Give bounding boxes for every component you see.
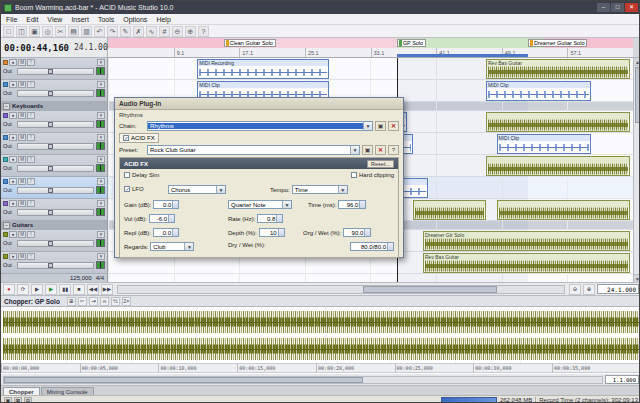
track-menu-button[interactable]: ≡ (97, 253, 105, 260)
menu-item[interactable]: View (47, 16, 62, 23)
track-header[interactable]: − Keyboards ● M ! ≡ (1, 102, 107, 111)
status-info-icon[interactable]: ▣ (4, 397, 12, 403)
track-arm-button[interactable]: ● (9, 59, 17, 66)
marker-tag[interactable]: Dreamer Guitar Solo (528, 39, 587, 47)
track-volume-slider[interactable] (17, 165, 94, 172)
track-volume-slider[interactable] (17, 121, 94, 128)
track-header[interactable]: − ● M ! ≡ Out (1, 230, 107, 252)
timeline-clip[interactable] (413, 200, 487, 220)
dock-tab[interactable]: Mixing Console (41, 387, 94, 395)
track-mute-button[interactable]: M (18, 112, 26, 119)
tempo-combo[interactable]: Time ▼ (292, 185, 348, 194)
undo-icon[interactable]: ↶ (94, 26, 105, 37)
track-arm-button[interactable]: ● (9, 81, 17, 88)
timeline-clip[interactable]: Dreamer Gtr Solo (423, 231, 630, 251)
zoom-in-button[interactable]: ⊕ (583, 284, 595, 295)
volume-slider-thumb[interactable] (48, 210, 53, 215)
track-header[interactable]: − ● M ! ≡ Out (1, 177, 107, 199)
track-volume-slider[interactable] (17, 68, 94, 75)
vol-spinner[interactable]: -6.0 (149, 214, 175, 223)
timeline-clip[interactable] (486, 112, 630, 132)
minimize-button[interactable]: – (597, 3, 610, 12)
marker-tag[interactable]: GP Solo (397, 39, 426, 47)
track-arm-button[interactable]: ● (9, 200, 17, 207)
menu-item[interactable]: Help (156, 16, 170, 23)
new-project-icon[interactable]: □ (3, 26, 14, 37)
menu-item[interactable]: Edit (26, 16, 38, 23)
horizontal-scroll-thumb[interactable] (363, 286, 497, 293)
track-mute-button[interactable]: M (18, 231, 26, 238)
group-collapse-button[interactable]: − (3, 222, 10, 229)
close-button[interactable]: ✕ (625, 3, 638, 12)
track-arm-button[interactable]: ● (9, 156, 17, 163)
depth-spinner[interactable]: 10 (259, 228, 285, 237)
timeline-clip[interactable]: MIDI Recording (197, 59, 328, 79)
envelope-tool-icon[interactable]: ∿ (146, 26, 157, 37)
track-volume-slider[interactable] (17, 209, 94, 216)
track-solo-button[interactable]: ! (27, 59, 35, 66)
menu-item[interactable]: Insert (71, 16, 89, 23)
track-mute-button[interactable]: M (18, 134, 26, 141)
chain-item-checkbox[interactable] (123, 135, 129, 141)
volume-slider-thumb[interactable] (48, 166, 53, 171)
marker-tag[interactable]: Clean Guitar Solo (224, 39, 276, 47)
track-solo-button[interactable]: ! (27, 231, 35, 238)
track-solo-button[interactable]: ! (27, 178, 35, 185)
volume-slider-thumb[interactable] (48, 122, 53, 127)
track-menu-button[interactable]: ≡ (97, 231, 105, 238)
track-mute-button[interactable]: M (18, 81, 26, 88)
track-volume-slider[interactable] (17, 90, 94, 97)
cut-icon[interactable]: ✂ (55, 26, 66, 37)
fx-reset-button[interactable]: Reset... (367, 160, 394, 168)
timeline-vertical-scrollbar[interactable]: ▲ ▼ (633, 58, 640, 282)
cursor-position-box[interactable]: 24.1.000 (597, 284, 639, 294)
chopper-selection-value[interactable]: 1.1.000 (605, 375, 639, 384)
track-mute-button[interactable]: M (18, 156, 26, 163)
hard-clipping-checkbox[interactable] (351, 172, 357, 178)
track-menu-button[interactable]: ≡ (97, 59, 105, 66)
chevron-down-icon[interactable]: ▼ (363, 122, 372, 130)
loop-playback-button[interactable]: ⟳ (17, 284, 29, 295)
snap-icon[interactable]: # (159, 26, 170, 37)
timeline-clip[interactable] (486, 156, 630, 176)
play-button[interactable]: ▶ (45, 284, 57, 295)
track-solo-button[interactable]: ! (27, 112, 35, 119)
chain-item-acid-fx[interactable]: ACID FX (119, 133, 159, 143)
draw-tool-icon[interactable]: ✎ (120, 26, 131, 37)
timeline-horizontal-scrollbar[interactable] (117, 285, 565, 294)
track-output-label[interactable]: Out (3, 90, 15, 96)
track-header[interactable]: − ● M ! ≡ Out (1, 199, 107, 221)
timeline-clip[interactable]: Rev Bas Guitar (486, 59, 630, 79)
track-solo-button[interactable]: ! (27, 156, 35, 163)
regards-combo[interactable]: Club ▼ (150, 242, 194, 251)
titlebar[interactable]: Boom Warming.acd-bar * - ACID Music Stud… (1, 1, 640, 14)
track-output-label[interactable]: Out (3, 240, 15, 246)
render-icon[interactable]: ◎ (42, 26, 53, 37)
chopper-scroll-thumb[interactable] (4, 377, 363, 383)
save-chain-icon[interactable]: ▣ (375, 121, 386, 131)
track-header[interactable]: − ● M ! ≡ Out (1, 252, 107, 274)
save-preset-icon[interactable]: ▣ (362, 145, 373, 155)
erase-tool-icon[interactable]: ✗ (133, 26, 144, 37)
track-header[interactable]: − ● M ! ≡ Out (1, 80, 107, 102)
track-mute-button[interactable]: M (18, 178, 26, 185)
go-to-end-button[interactable]: ▶▶ (101, 284, 113, 295)
menu-item[interactable]: Options (123, 16, 147, 23)
paste-icon[interactable]: ▥ (81, 26, 92, 37)
track-solo-button[interactable]: ! (27, 253, 35, 260)
track-output-label[interactable]: Out (3, 165, 15, 171)
preset-combo[interactable]: Rock Club Guitar ▼ (147, 145, 360, 155)
track-arm-button[interactable]: ● (9, 134, 17, 141)
volume-slider-thumb[interactable] (48, 263, 53, 268)
track-mute-button[interactable]: M (18, 200, 26, 207)
track-header[interactable]: − ● M ! ≡ Out (1, 133, 107, 155)
dialog-titlebar[interactable]: Audio Plug-In (115, 98, 403, 110)
volume-slider-thumb[interactable] (48, 241, 53, 246)
track-arm-button[interactable]: ● (9, 231, 17, 238)
track-header[interactable]: − ● M ! ≡ Out (1, 58, 107, 80)
sync-combo[interactable]: Quarter Note ▼ (228, 200, 292, 209)
time-signature-value[interactable]: 4/4 (96, 275, 104, 281)
record-button[interactable]: ● (3, 284, 15, 295)
track-output-label[interactable]: Out (3, 68, 15, 74)
chevron-down-icon[interactable]: ▼ (216, 186, 225, 193)
